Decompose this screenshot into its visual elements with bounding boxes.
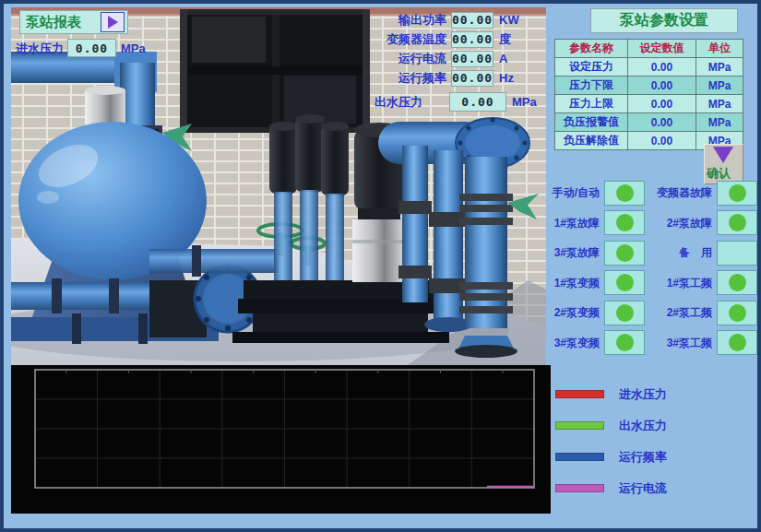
readout-unit: 度 bbox=[493, 33, 530, 45]
status-label: 1#泵工频 bbox=[667, 278, 712, 289]
status-item: 手动/自动 bbox=[549, 178, 648, 208]
param-unit: MPa bbox=[696, 113, 743, 132]
header-param-name: 参数名称 bbox=[555, 40, 628, 58]
param-name: 负压解除值 bbox=[555, 132, 628, 150]
outlet-pressure-value: 0.00 bbox=[449, 92, 506, 112]
trend-chart bbox=[11, 365, 551, 514]
status-lamp[interactable] bbox=[717, 301, 757, 325]
status-lamp[interactable] bbox=[717, 330, 757, 355]
outlet-pressure-label: 出水压力 bbox=[375, 96, 422, 108]
inlet-pressure-label: 进水压力 bbox=[16, 42, 64, 54]
play-right-icon bbox=[108, 16, 118, 29]
status-label: 2#泵变频 bbox=[554, 307, 600, 318]
parameter-table: 参数名称 设定数值 单位 设定压力 0.00 MPa 压力下限 0.00 MPa… bbox=[554, 39, 743, 150]
status-lamp[interactable] bbox=[717, 181, 757, 206]
readout-row: 运行频率 00.00 Hz bbox=[354, 69, 539, 87]
status-item: 备 用 bbox=[648, 238, 761, 268]
legend-label: 进水压力 bbox=[619, 388, 667, 400]
inlet-pressure-value: 0.00 bbox=[67, 39, 116, 57]
param-name: 压力上限 bbox=[555, 95, 628, 113]
param-value-field[interactable]: 0.00 bbox=[628, 113, 696, 132]
readout-row: 变频器温度 00.00 度 bbox=[354, 30, 539, 48]
status-lamp[interactable] bbox=[604, 301, 645, 325]
status-lamp[interactable] bbox=[604, 330, 645, 355]
legend-swatch bbox=[555, 421, 604, 430]
readout-label: 变频器温度 bbox=[354, 33, 451, 45]
status-label: 1#泵变频 bbox=[554, 278, 600, 289]
readout-unit: Hz bbox=[493, 72, 530, 84]
lamp-on-dot bbox=[729, 184, 746, 202]
status-label: 2#泵工频 bbox=[667, 307, 712, 318]
readout-row: 输出功率 00.00 KW bbox=[354, 11, 539, 29]
status-label: 1#泵故障 bbox=[554, 218, 600, 229]
legend-item: 进水压力 bbox=[555, 378, 754, 409]
status-item: 3#泵变频 bbox=[549, 328, 648, 359]
report-button-label: 泵站报表 bbox=[26, 14, 81, 31]
table-row: 负压报警值 0.00 MPa bbox=[555, 113, 743, 132]
header-unit: 单位 bbox=[696, 40, 743, 58]
legend-swatch bbox=[555, 484, 604, 492]
table-header-row: 参数名称 设定数值 单位 bbox=[555, 40, 743, 58]
table-row: 压力下限 0.00 MPa bbox=[555, 77, 743, 95]
readout-value: 00.00 bbox=[451, 31, 493, 48]
readout-unit: A bbox=[493, 53, 530, 65]
status-item: 变频器故障 bbox=[648, 178, 761, 208]
status-item: 1#泵工频 bbox=[648, 268, 761, 299]
param-value-field[interactable]: 0.00 bbox=[628, 77, 696, 95]
status-lamp[interactable] bbox=[604, 181, 645, 206]
readouts-block: 输出功率 00.00 KW 变频器温度 00.00 度 运行电流 00.00 A… bbox=[354, 11, 539, 89]
legend-swatch bbox=[555, 453, 604, 461]
status-lamp[interactable] bbox=[717, 270, 757, 295]
legend-label: 运行频率 bbox=[619, 451, 667, 463]
status-item: 2#泵变频 bbox=[549, 298, 648, 328]
status-label: 3#泵故障 bbox=[554, 247, 600, 258]
readout-value: 00.00 bbox=[451, 70, 493, 87]
readout-row: 运行电流 00.00 A bbox=[354, 50, 539, 67]
header-set-value: 设定数值 bbox=[628, 40, 696, 58]
readout-value: 00.00 bbox=[451, 51, 493, 67]
status-item: 1#泵故障 bbox=[549, 208, 648, 239]
param-name: 负压报警值 bbox=[555, 113, 628, 132]
outlet-pressure-unit: MPa bbox=[512, 96, 537, 108]
status-lamp[interactable] bbox=[604, 241, 645, 266]
window bbox=[180, 9, 370, 133]
status-label: 3#泵工频 bbox=[667, 337, 712, 349]
trend-chart-canvas bbox=[11, 365, 551, 514]
status-lamp[interactable] bbox=[604, 210, 645, 235]
param-value-field[interactable]: 0.00 bbox=[628, 132, 696, 150]
param-name: 压力下限 bbox=[555, 77, 628, 95]
legend-label: 出水压力 bbox=[619, 420, 667, 432]
legend-item: 运行电流 bbox=[555, 472, 754, 503]
readout-value: 00.00 bbox=[451, 12, 493, 29]
status-lamp[interactable] bbox=[604, 270, 645, 295]
report-button[interactable]: 泵站报表 bbox=[19, 10, 128, 34]
lamp-on-dot bbox=[729, 274, 746, 291]
status-label: 变频器故障 bbox=[657, 187, 712, 198]
table-row: 设定压力 0.00 MPa bbox=[555, 58, 743, 77]
status-label: 3#泵变频 bbox=[554, 337, 600, 349]
lamp-on-dot bbox=[616, 214, 634, 231]
readout-label: 运行频率 bbox=[354, 72, 451, 84]
param-value-field[interactable]: 0.00 bbox=[628, 95, 696, 113]
legend-item: 出水压力 bbox=[555, 409, 754, 441]
param-unit: MPa bbox=[696, 95, 743, 113]
table-row: 压力上限 0.00 MPa bbox=[555, 95, 743, 113]
lamp-on-dot bbox=[729, 304, 746, 322]
status-label: 手动/自动 bbox=[553, 187, 600, 198]
chart-gridlines bbox=[35, 370, 534, 488]
pump-motors bbox=[269, 114, 349, 280]
report-arrow-button[interactable] bbox=[101, 12, 125, 32]
trend-legend: 进水压力 出水压力 运行频率 运行电流 bbox=[555, 378, 754, 503]
lamp-on-dot bbox=[729, 334, 746, 351]
status-lamp[interactable] bbox=[717, 210, 757, 235]
param-name: 设定压力 bbox=[555, 58, 628, 77]
legend-item: 运行频率 bbox=[555, 441, 754, 472]
legend-swatch bbox=[555, 390, 604, 398]
param-value-field[interactable]: 0.00 bbox=[628, 58, 696, 77]
lamp-on-dot bbox=[616, 274, 634, 291]
param-unit: MPa bbox=[696, 58, 743, 77]
readout-label: 输出功率 bbox=[354, 14, 451, 26]
status-lamp[interactable] bbox=[717, 241, 757, 266]
status-item: 3#泵工频 bbox=[648, 328, 761, 359]
legend-label: 运行电流 bbox=[619, 482, 667, 494]
